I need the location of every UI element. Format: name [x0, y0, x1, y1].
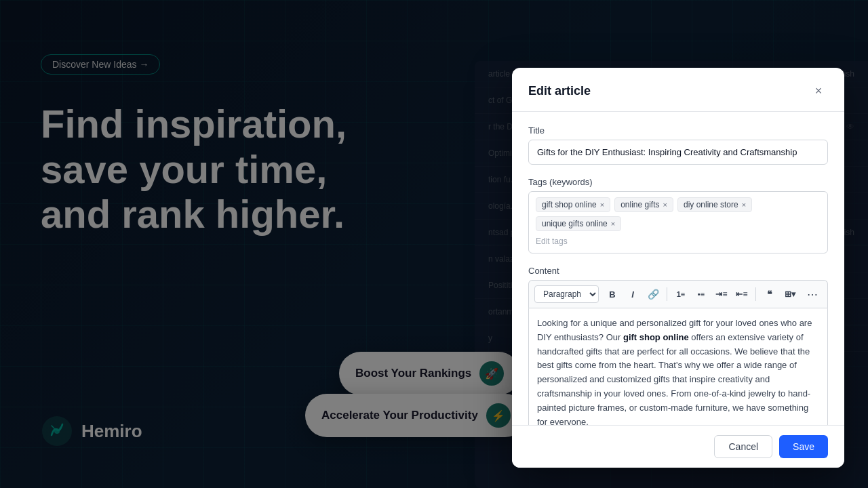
modal-title: Edit article	[528, 84, 591, 98]
indent-button[interactable]: ⇥≡	[712, 285, 731, 304]
toolbar-divider-1	[667, 287, 667, 301]
editor-paragraph-1: Looking for a unique and personalized gi…	[537, 317, 819, 425]
tag-unique-gifts-online: unique gifts online ×	[536, 216, 621, 231]
paragraph-select[interactable]: Paragraph	[534, 285, 599, 303]
title-field-group: Title	[528, 125, 828, 165]
content-label: Content	[528, 266, 828, 276]
content-field-group: Content Paragraph B I 🔗 1≡ •≡ ⇥≡ ⇤≡ ❝ ⊞▾…	[528, 266, 828, 425]
outdent-button[interactable]: ⇤≡	[732, 285, 751, 304]
tag-remove-gift-shop[interactable]: ×	[600, 201, 604, 209]
tags-label: Tags (keywords)	[528, 177, 828, 187]
title-label: Title	[528, 125, 828, 136]
tag-text: gift shop online	[542, 200, 597, 209]
tag-gift-shop-online: gift shop online ×	[536, 197, 610, 212]
modal-footer: Cancel Save	[512, 425, 844, 468]
editor-bold-text: gift shop online	[623, 332, 689, 342]
editor-toolbar: Paragraph B I 🔗 1≡ •≡ ⇥≡ ⇤≡ ❝ ⊞▾ ⋯	[528, 280, 828, 308]
ordered-list-button[interactable]: 1≡	[671, 285, 690, 304]
tag-remove-diy[interactable]: ×	[742, 201, 746, 209]
tags-container[interactable]: gift shop online × online gifts × diy on…	[528, 191, 828, 253]
tags-edit-input[interactable]: Edit tags	[536, 235, 821, 247]
tags-field-group: Tags (keywords) gift shop online × onlin…	[528, 177, 828, 253]
italic-button[interactable]: I	[623, 285, 642, 304]
save-button[interactable]: Save	[779, 435, 828, 458]
modal-header: Edit article ×	[512, 68, 844, 112]
edit-article-modal: Edit article × Title Tags (keywords) gif…	[512, 68, 844, 468]
tag-text: diy online store	[684, 200, 738, 209]
blockquote-button[interactable]: ❝	[760, 285, 779, 304]
modal-close-button[interactable]: ×	[809, 81, 828, 100]
tag-remove-unique[interactable]: ×	[611, 220, 615, 228]
more-options-button[interactable]: ⋯	[803, 285, 822, 304]
title-input[interactable]	[528, 140, 828, 165]
tag-diy-online-store: diy online store ×	[677, 197, 752, 212]
toolbar-divider-2	[755, 287, 756, 301]
tag-text: online gifts	[620, 200, 659, 209]
bold-button[interactable]: B	[603, 285, 622, 304]
link-button[interactable]: 🔗	[644, 285, 663, 304]
table-button[interactable]: ⊞▾	[781, 285, 800, 304]
editor-content-area[interactable]: Looking for a unique and personalized gi…	[528, 308, 828, 425]
unordered-list-button[interactable]: •≡	[692, 285, 711, 304]
tag-remove-online-gifts[interactable]: ×	[663, 201, 667, 209]
tag-online-gifts: online gifts ×	[614, 197, 673, 212]
modal-body: Title Tags (keywords) gift shop online ×…	[512, 112, 844, 425]
tag-text: unique gifts online	[542, 219, 608, 228]
cancel-button[interactable]: Cancel	[714, 435, 772, 458]
